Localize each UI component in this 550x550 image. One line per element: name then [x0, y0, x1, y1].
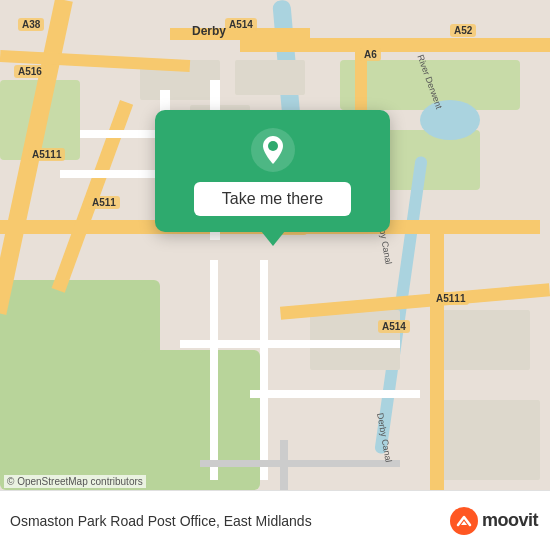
label-a511: A511	[88, 196, 120, 209]
moovit-icon	[450, 507, 478, 535]
road-w5	[210, 260, 218, 480]
location-label: Osmaston Park Road Post Office, East Mid…	[10, 513, 312, 529]
park-area-s	[140, 350, 260, 490]
label-derby: Derby	[192, 24, 226, 38]
road-g2	[200, 460, 400, 467]
park-area-sw	[0, 280, 160, 490]
map-attribution: © OpenStreetMap contributors	[4, 475, 146, 488]
urban-block-5	[440, 310, 530, 370]
footer: Osmaston Park Road Post Office, East Mid…	[0, 490, 550, 550]
label-a5111-right: A5111	[432, 292, 469, 305]
svg-point-1	[268, 141, 278, 151]
urban-block-6	[440, 400, 540, 480]
urban-block-2	[235, 60, 305, 95]
label-a514-top: A514	[225, 18, 257, 31]
label-a52: A52	[450, 24, 476, 37]
label-a514-bot: A514	[378, 320, 410, 333]
popup-card: Take me there	[155, 110, 390, 232]
label-a516: A516	[14, 65, 46, 78]
road-a5111-v	[430, 220, 444, 490]
water-body	[420, 100, 480, 140]
road-a52	[240, 38, 550, 52]
label-a38: A38	[18, 18, 44, 31]
moovit-text-label: moovit	[482, 510, 538, 531]
road-w8	[250, 390, 420, 398]
label-a6: A6	[360, 48, 381, 61]
map-container: A38 A52 A516 A514 A6 A5111 A511 A5111 A5…	[0, 0, 550, 490]
location-pin-icon	[251, 128, 295, 172]
moovit-logo: moovit	[450, 507, 538, 535]
take-me-there-button[interactable]: Take me there	[194, 182, 351, 216]
road-w7	[180, 340, 400, 348]
road-w6	[260, 260, 268, 480]
label-a5111-left: A5111	[28, 148, 65, 161]
